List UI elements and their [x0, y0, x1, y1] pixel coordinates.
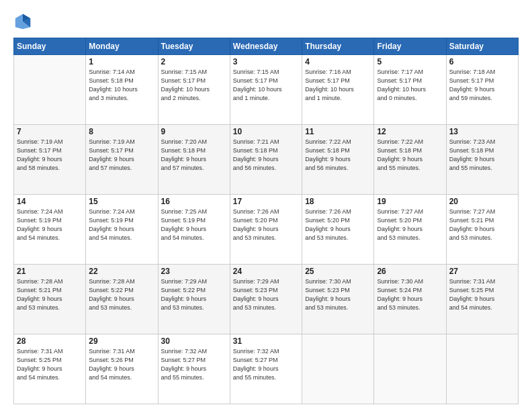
- page: SundayMondayTuesdayWednesdayThursdayFrid…: [0, 0, 532, 411]
- day-detail: Sunrise: 7:21 AMSunset: 5:18 PMDaylight:…: [233, 138, 299, 173]
- calendar-cell: 21Sunrise: 7:28 AMSunset: 5:21 PMDayligh…: [14, 265, 86, 334]
- calendar-cell: 23Sunrise: 7:29 AMSunset: 5:22 PMDayligh…: [158, 265, 230, 334]
- day-detail: Sunrise: 7:26 AMSunset: 5:20 PMDaylight:…: [305, 208, 371, 242]
- day-number: 29: [89, 336, 154, 346]
- day-number: 10: [233, 127, 299, 136]
- day-number: 16: [161, 197, 227, 206]
- weekday-header-thursday: Thursday: [302, 38, 374, 55]
- day-detail: Sunrise: 7:29 AMSunset: 5:22 PMDaylight:…: [161, 277, 227, 312]
- logo: [13, 12, 35, 31]
- day-detail: Sunrise: 7:20 AMSunset: 5:18 PMDaylight:…: [161, 138, 227, 173]
- day-detail: Sunrise: 7:31 AMSunset: 5:25 PMDaylight:…: [17, 347, 83, 382]
- day-number: 4: [305, 57, 371, 66]
- calendar-cell: 30Sunrise: 7:32 AMSunset: 5:27 PMDayligh…: [158, 334, 230, 404]
- day-detail: Sunrise: 7:28 AMSunset: 5:21 PMDaylight:…: [17, 277, 83, 312]
- calendar-cell: [374, 334, 446, 404]
- day-detail: Sunrise: 7:31 AMSunset: 5:26 PMDaylight:…: [89, 347, 154, 382]
- calendar-cell: 12Sunrise: 7:22 AMSunset: 5:18 PMDayligh…: [374, 125, 446, 195]
- day-number: 18: [305, 197, 371, 206]
- day-number: 30: [161, 336, 227, 346]
- calendar-cell: 3Sunrise: 7:15 AMSunset: 5:17 PMDaylight…: [230, 55, 302, 125]
- calendar-table: SundayMondayTuesdayWednesdayThursdayFrid…: [13, 38, 519, 404]
- day-detail: Sunrise: 7:17 AMSunset: 5:17 PMDaylight:…: [377, 68, 443, 103]
- calendar-cell: 4Sunrise: 7:16 AMSunset: 5:17 PMDaylight…: [302, 55, 374, 125]
- day-number: 6: [449, 57, 515, 66]
- calendar-cell: 6Sunrise: 7:18 AMSunset: 5:17 PMDaylight…: [446, 55, 518, 125]
- day-number: 2: [161, 57, 227, 66]
- calendar-cell: 24Sunrise: 7:29 AMSunset: 5:23 PMDayligh…: [230, 265, 302, 334]
- calendar-cell: 26Sunrise: 7:30 AMSunset: 5:24 PMDayligh…: [374, 265, 446, 334]
- day-number: 3: [233, 57, 299, 66]
- calendar-cell: 7Sunrise: 7:19 AMSunset: 5:17 PMDaylight…: [14, 125, 86, 195]
- day-detail: Sunrise: 7:23 AMSunset: 5:18 PMDaylight:…: [449, 138, 515, 173]
- calendar-row-0: 1Sunrise: 7:14 AMSunset: 5:18 PMDaylight…: [14, 55, 519, 125]
- day-number: 27: [449, 267, 515, 276]
- day-detail: Sunrise: 7:18 AMSunset: 5:17 PMDaylight:…: [449, 68, 515, 103]
- calendar-cell: 28Sunrise: 7:31 AMSunset: 5:25 PMDayligh…: [14, 334, 86, 404]
- calendar-cell: 29Sunrise: 7:31 AMSunset: 5:26 PMDayligh…: [86, 334, 158, 404]
- day-number: 14: [17, 197, 83, 206]
- calendar-row-3: 21Sunrise: 7:28 AMSunset: 5:21 PMDayligh…: [14, 265, 519, 334]
- day-detail: Sunrise: 7:19 AMSunset: 5:17 PMDaylight:…: [17, 138, 83, 173]
- calendar-cell: [14, 55, 86, 125]
- day-number: 12: [377, 127, 443, 136]
- day-detail: Sunrise: 7:16 AMSunset: 5:17 PMDaylight:…: [305, 68, 371, 103]
- day-detail: Sunrise: 7:24 AMSunset: 5:19 PMDaylight:…: [17, 208, 83, 242]
- day-detail: Sunrise: 7:29 AMSunset: 5:23 PMDaylight:…: [233, 277, 299, 312]
- day-number: 20: [449, 197, 515, 206]
- calendar-cell: 1Sunrise: 7:14 AMSunset: 5:18 PMDaylight…: [86, 55, 158, 125]
- day-detail: Sunrise: 7:32 AMSunset: 5:27 PMDaylight:…: [161, 347, 227, 382]
- calendar-cell: 11Sunrise: 7:22 AMSunset: 5:18 PMDayligh…: [302, 125, 374, 195]
- day-number: 9: [161, 127, 227, 136]
- day-detail: Sunrise: 7:15 AMSunset: 5:17 PMDaylight:…: [233, 68, 299, 103]
- day-detail: Sunrise: 7:31 AMSunset: 5:25 PMDaylight:…: [449, 277, 515, 312]
- day-detail: Sunrise: 7:22 AMSunset: 5:18 PMDaylight:…: [305, 138, 371, 173]
- calendar-cell: 16Sunrise: 7:25 AMSunset: 5:19 PMDayligh…: [158, 195, 230, 265]
- day-detail: Sunrise: 7:32 AMSunset: 5:27 PMDaylight:…: [233, 347, 299, 382]
- calendar-cell: 27Sunrise: 7:31 AMSunset: 5:25 PMDayligh…: [446, 265, 518, 334]
- calendar-cell: 31Sunrise: 7:32 AMSunset: 5:27 PMDayligh…: [230, 334, 302, 404]
- day-detail: Sunrise: 7:14 AMSunset: 5:18 PMDaylight:…: [89, 68, 154, 103]
- calendar-cell: 5Sunrise: 7:17 AMSunset: 5:17 PMDaylight…: [374, 55, 446, 125]
- calendar-cell: 14Sunrise: 7:24 AMSunset: 5:19 PMDayligh…: [14, 195, 86, 265]
- calendar-cell: 20Sunrise: 7:27 AMSunset: 5:21 PMDayligh…: [446, 195, 518, 265]
- calendar-cell: 10Sunrise: 7:21 AMSunset: 5:18 PMDayligh…: [230, 125, 302, 195]
- weekday-header-tuesday: Tuesday: [158, 38, 230, 55]
- day-detail: Sunrise: 7:27 AMSunset: 5:21 PMDaylight:…: [449, 208, 515, 242]
- day-detail: Sunrise: 7:15 AMSunset: 5:17 PMDaylight:…: [161, 68, 227, 103]
- day-detail: Sunrise: 7:24 AMSunset: 5:19 PMDaylight:…: [89, 208, 154, 242]
- day-number: 23: [161, 267, 227, 276]
- weekday-header-saturday: Saturday: [446, 38, 518, 55]
- calendar-cell: 13Sunrise: 7:23 AMSunset: 5:18 PMDayligh…: [446, 125, 518, 195]
- calendar-cell: 18Sunrise: 7:26 AMSunset: 5:20 PMDayligh…: [302, 195, 374, 265]
- weekday-header-monday: Monday: [86, 38, 158, 55]
- day-number: 21: [17, 267, 83, 276]
- calendar-cell: 9Sunrise: 7:20 AMSunset: 5:18 PMDaylight…: [158, 125, 230, 195]
- calendar-cell: 15Sunrise: 7:24 AMSunset: 5:19 PMDayligh…: [86, 195, 158, 265]
- calendar-cell: 2Sunrise: 7:15 AMSunset: 5:17 PMDaylight…: [158, 55, 230, 125]
- day-number: 1: [89, 57, 154, 66]
- day-detail: Sunrise: 7:30 AMSunset: 5:24 PMDaylight:…: [377, 277, 443, 312]
- logo-icon: [13, 12, 32, 31]
- weekday-header-friday: Friday: [374, 38, 446, 55]
- calendar-cell: 25Sunrise: 7:30 AMSunset: 5:23 PMDayligh…: [302, 265, 374, 334]
- day-detail: Sunrise: 7:26 AMSunset: 5:20 PMDaylight:…: [233, 208, 299, 242]
- weekday-header-row: SundayMondayTuesdayWednesdayThursdayFrid…: [14, 38, 519, 55]
- day-detail: Sunrise: 7:22 AMSunset: 5:18 PMDaylight:…: [377, 138, 443, 173]
- calendar-row-2: 14Sunrise: 7:24 AMSunset: 5:19 PMDayligh…: [14, 195, 519, 265]
- day-number: 24: [233, 267, 299, 276]
- day-number: 11: [305, 127, 371, 136]
- day-detail: Sunrise: 7:19 AMSunset: 5:17 PMDaylight:…: [89, 138, 154, 173]
- calendar-cell: 17Sunrise: 7:26 AMSunset: 5:20 PMDayligh…: [230, 195, 302, 265]
- day-number: 19: [377, 197, 443, 206]
- day-number: 22: [89, 267, 154, 276]
- day-number: 15: [89, 197, 154, 206]
- weekday-header-wednesday: Wednesday: [230, 38, 302, 55]
- weekday-header-sunday: Sunday: [14, 38, 86, 55]
- day-number: 7: [17, 127, 83, 136]
- day-number: 31: [233, 336, 299, 346]
- day-detail: Sunrise: 7:28 AMSunset: 5:22 PMDaylight:…: [89, 277, 154, 312]
- calendar-cell: 22Sunrise: 7:28 AMSunset: 5:22 PMDayligh…: [86, 265, 158, 334]
- calendar-row-4: 28Sunrise: 7:31 AMSunset: 5:25 PMDayligh…: [14, 334, 519, 404]
- day-detail: Sunrise: 7:25 AMSunset: 5:19 PMDaylight:…: [161, 208, 227, 242]
